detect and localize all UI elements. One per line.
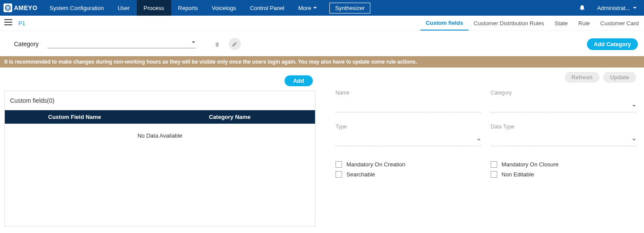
refresh-button[interactable]: Refresh xyxy=(565,72,600,83)
no-data-message: No Data Available xyxy=(5,124,315,226)
nav-voicelogs[interactable]: Voicelogs xyxy=(205,0,243,16)
category-label: Category xyxy=(14,41,39,47)
input-data-type[interactable] xyxy=(491,137,636,146)
check-mandatory-closure: Mandatory On Closure xyxy=(491,161,636,168)
brand-text: AMEYO xyxy=(14,4,37,11)
form-grid: Name Category Type Data Type xyxy=(336,90,636,146)
check-non-editable: Non Editable xyxy=(491,171,636,178)
edit-icon[interactable] xyxy=(229,38,241,50)
checkbox-non-editable[interactable] xyxy=(491,171,497,178)
input-category[interactable] xyxy=(491,103,636,112)
nav-user[interactable]: User xyxy=(111,0,136,16)
custom-fields-table: Custom fields(0) Custom Field Name Categ… xyxy=(4,91,315,226)
category-row: Category Add Category xyxy=(0,31,644,56)
tab-custom-fields[interactable]: Custom fields xyxy=(420,16,468,30)
nav-control-panel[interactable]: Control Panel xyxy=(243,0,291,16)
field-category: Category xyxy=(491,90,636,112)
chevron-down-icon xyxy=(632,103,636,109)
brand-logo: AMEYO xyxy=(0,0,43,16)
input-type[interactable] xyxy=(336,137,481,146)
notifications-icon[interactable] xyxy=(571,4,593,12)
tab-customer-distribution-rules[interactable]: Customer Distribution Rules xyxy=(468,16,549,30)
synthesizer-button[interactable]: Synthesizer xyxy=(329,3,370,14)
hamburger-icon[interactable] xyxy=(0,19,17,27)
tab-state[interactable]: State xyxy=(549,16,573,30)
label-mandatory-creation: Mandatory On Creation xyxy=(346,161,405,168)
top-nav: AMEYO System Configuration User Process … xyxy=(0,0,644,16)
content-area: Add Custom fields(0) Custom Field Name C… xyxy=(0,68,644,226)
user-menu[interactable]: Administrat... xyxy=(593,5,644,11)
chevron-down-icon xyxy=(313,5,317,11)
nav-process[interactable]: Process xyxy=(137,0,171,16)
field-data-type: Data Type xyxy=(491,124,636,146)
tab-customer-card[interactable]: Customer Card xyxy=(595,16,644,30)
field-type: Type xyxy=(336,124,481,146)
add-category-button[interactable]: Add Category xyxy=(587,38,638,50)
chevron-down-icon xyxy=(632,137,636,143)
col-category-name: Category Name xyxy=(144,114,315,120)
label-mandatory-closure: Mandatory On Closure xyxy=(502,161,559,168)
table-title: Custom fields(0) xyxy=(5,91,315,110)
col-custom-field-name: Custom Field Name xyxy=(5,114,144,120)
add-button[interactable]: Add xyxy=(285,75,313,86)
chevron-down-icon xyxy=(633,5,637,11)
label-searchable: Searchable xyxy=(346,171,375,178)
tab-rule[interactable]: Rule xyxy=(573,16,595,30)
check-mandatory-creation: Mandatory On Creation xyxy=(336,161,481,168)
update-button[interactable]: Update xyxy=(603,72,636,83)
category-select[interactable] xyxy=(47,40,196,48)
breadcrumb[interactable]: P1 xyxy=(17,20,25,27)
chevron-down-icon xyxy=(191,39,196,46)
nav-reports[interactable]: Reports xyxy=(171,0,205,16)
sub-bar: P1 Custom fields Customer Distribution R… xyxy=(0,16,644,31)
input-name[interactable] xyxy=(336,103,481,112)
chevron-down-icon xyxy=(477,137,481,143)
delete-icon[interactable] xyxy=(211,38,224,50)
left-panel: Add Custom fields(0) Custom Field Name C… xyxy=(0,72,318,226)
nav-system-configuration[interactable]: System Configuration xyxy=(43,0,111,16)
label-data-type: Data Type xyxy=(491,124,636,130)
checkbox-mandatory-creation[interactable] xyxy=(336,161,342,168)
subtabs: Custom fields Customer Distribution Rule… xyxy=(420,16,644,30)
nav-more[interactable]: More xyxy=(291,0,325,16)
checkbox-mandatory-closure[interactable] xyxy=(491,161,497,168)
field-name: Name xyxy=(336,90,481,112)
label-name: Name xyxy=(336,90,481,96)
check-searchable: Searchable xyxy=(336,171,481,178)
right-panel: Refresh Update Name Category Type D xyxy=(318,72,644,226)
label-type: Type xyxy=(336,124,481,130)
table-header: Custom Field Name Category Name xyxy=(5,110,315,124)
checkbox-grid: Mandatory On Creation Mandatory On Closu… xyxy=(336,161,636,178)
label-non-editable: Non Editable xyxy=(502,171,534,178)
checkbox-searchable[interactable] xyxy=(336,171,342,178)
brand-icon xyxy=(3,3,12,12)
label-category: Category xyxy=(491,90,636,96)
warning-banner: It is recommended to make changes during… xyxy=(0,56,644,68)
